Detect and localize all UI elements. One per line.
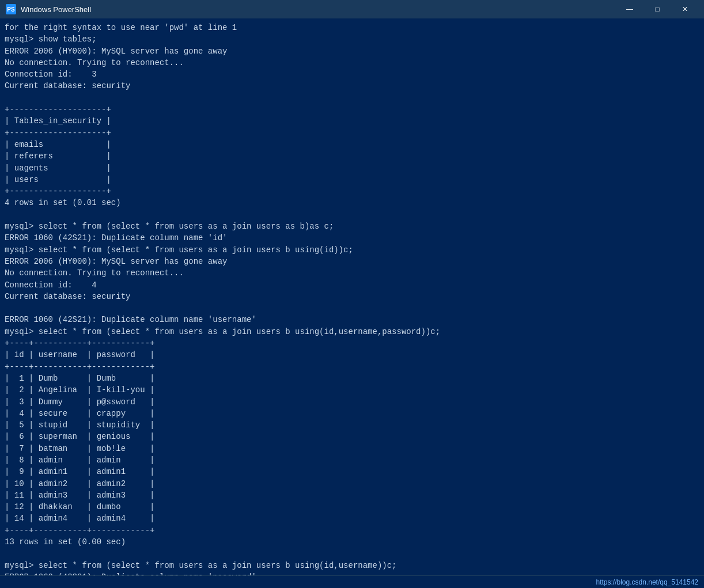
terminal-line: Current database: security: [5, 291, 699, 302]
terminal-line: | 7 | batman | mob!le |: [5, 443, 699, 454]
terminal-line: +--------------------+: [5, 127, 699, 139]
terminal-line: | Tables_in_security |: [5, 115, 699, 127]
terminal-line: mysql> select * from (select * from user…: [5, 560, 699, 571]
terminal-line: mysql> select * from (select * from user…: [5, 244, 699, 256]
terminal-line: No connection. Trying to reconnect...: [5, 57, 699, 69]
terminal-line: [5, 92, 699, 104]
app-icon: PS: [6, 4, 16, 14]
window: PS Windows PowerShell — □ ✕ for the righ…: [0, 0, 704, 588]
terminal-line: +----+-----------+------------+: [5, 361, 699, 373]
terminal-line: ERROR 1060 (42S21): Duplicate column nam…: [5, 314, 699, 325]
terminal-line: mysql> show tables;: [5, 33, 699, 45]
terminal-line: [5, 548, 699, 559]
terminal-line: | users |: [5, 174, 699, 185]
terminal-line: 4 rows in set (0.01 sec): [5, 197, 699, 208]
titlebar: PS Windows PowerShell — □ ✕: [0, 0, 704, 18]
terminal-line: Connection id: 3: [5, 69, 699, 80]
terminal-output: for the right syntax to use near 'pwd' a…: [0, 18, 704, 575]
terminal-line: for the right syntax to use near 'pwd' a…: [5, 22, 699, 33]
terminal-line: ERROR 2006 (HY000): MySQL server has gon…: [5, 45, 699, 57]
terminal-line: 13 rows in set (0.00 sec): [5, 536, 699, 548]
terminal-line: ERROR 1060 (42S21): Duplicate column nam…: [5, 232, 699, 244]
terminal-line: | 12 | dhakkan | dumbo |: [5, 501, 699, 513]
terminal-line: mysql> select * from (select * from user…: [5, 221, 699, 232]
terminal-line: | emails |: [5, 139, 699, 150]
terminal-line: | 3 | Dummy | p@ssword |: [5, 396, 699, 408]
statusbar: https://blog.csdn.net/qq_5141542: [0, 575, 704, 588]
terminal-line: ERROR 2006 (HY000): MySQL server has gon…: [5, 256, 699, 267]
terminal-line: [5, 302, 699, 314]
terminal-line: ERROR 1060 (42S21): Duplicate column nam…: [5, 571, 699, 575]
statusbar-link: https://blog.csdn.net/qq_5141542: [596, 578, 698, 586]
terminal-line: Current database: security: [5, 80, 699, 92]
terminal-line: No connection. Trying to reconnect...: [5, 267, 699, 279]
terminal-line: +----+-----------+------------+: [5, 337, 699, 349]
window-controls: — □ ✕: [616, 0, 698, 18]
terminal-line: | id | username | password |: [5, 349, 699, 361]
terminal-line: | 14 | admin4 | admin4 |: [5, 513, 699, 524]
close-button[interactable]: ✕: [672, 0, 698, 18]
terminal-line: +----+-----------+------------+: [5, 525, 699, 536]
terminal-line: | 11 | admin3 | admin3 |: [5, 490, 699, 501]
terminal-line: | 10 | admin2 | admin2 |: [5, 478, 699, 490]
minimize-button[interactable]: —: [616, 0, 643, 18]
window-title: Windows PowerShell: [21, 5, 616, 14]
terminal-line: mysql> select * from (select * from user…: [5, 326, 699, 337]
terminal-line: | 6 | superman | genious |: [5, 431, 699, 442]
terminal-line: +--------------------+: [5, 104, 699, 115]
terminal-line: | referers |: [5, 150, 699, 162]
terminal-line: | 9 | admin1 | admin1 |: [5, 466, 699, 477]
terminal-line: Connection id: 4: [5, 279, 699, 291]
terminal-line: [5, 209, 699, 221]
terminal-line: | 2 | Angelina | I-kill-you |: [5, 384, 699, 396]
terminal-line: | 4 | secure | crappy |: [5, 408, 699, 419]
terminal-line: | 5 | stupid | stupidity |: [5, 419, 699, 431]
maximize-button[interactable]: □: [644, 0, 671, 18]
terminal-line: | 1 | Dumb | Dumb |: [5, 373, 699, 384]
terminal-line: | 8 | admin | admin |: [5, 454, 699, 466]
terminal-line: | uagents |: [5, 162, 699, 174]
terminal-line: +--------------------+: [5, 185, 699, 197]
